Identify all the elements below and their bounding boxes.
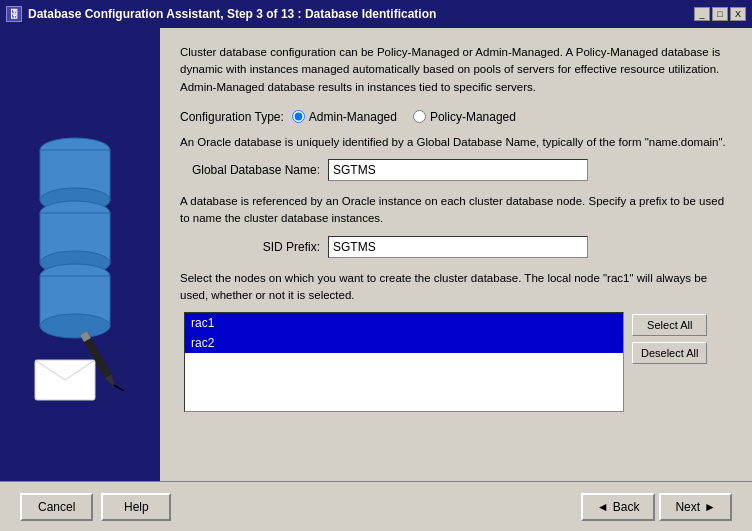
global-db-name-label: Global Database Name: — [180, 163, 320, 177]
sid-prefix-input[interactable] — [328, 236, 588, 258]
back-arrow-icon: ◄ — [597, 500, 609, 514]
config-type-row: Configuration Type: Admin-Managed Policy… — [180, 110, 732, 124]
close-button[interactable]: X — [730, 7, 746, 21]
select-all-button[interactable]: Select All — [632, 314, 707, 336]
maximize-button[interactable]: □ — [712, 7, 728, 21]
global-db-name-row: Global Database Name: — [180, 159, 732, 181]
cancel-button[interactable]: Cancel — [20, 493, 93, 521]
svg-point-8 — [40, 314, 110, 338]
main-content: Cluster database configuration can be Po… — [0, 28, 752, 481]
illustration-svg — [20, 105, 140, 405]
illustration — [15, 85, 145, 425]
node-item-rac2[interactable]: rac2 — [185, 333, 623, 353]
nodes-buttons: Select All Deselect All — [632, 312, 707, 412]
back-label: Back — [613, 500, 640, 514]
app-icon: 🗄 — [6, 6, 22, 22]
title-bar: 🗄 Database Configuration Assistant, Step… — [0, 0, 752, 28]
config-type-radio-group: Admin-Managed Policy-Managed — [292, 110, 516, 124]
help-button[interactable]: Help — [101, 493, 171, 521]
policy-managed-radio[interactable] — [413, 110, 426, 123]
admin-managed-label: Admin-Managed — [309, 110, 397, 124]
global-db-name-input[interactable] — [328, 159, 588, 181]
next-arrow-icon: ► — [704, 500, 716, 514]
deselect-all-button[interactable]: Deselect All — [632, 342, 707, 364]
main-description: Cluster database configuration can be Po… — [180, 44, 732, 96]
footer: Cancel Help ◄ Back Next ► — [0, 481, 752, 531]
sid-prefix-row: SID Prefix: — [180, 236, 732, 258]
minimize-button[interactable]: _ — [694, 7, 710, 21]
back-button[interactable]: ◄ Back — [581, 493, 656, 521]
admin-managed-option[interactable]: Admin-Managed — [292, 110, 397, 124]
nodes-area: rac1 rac2 Select All Deselect All — [184, 312, 732, 412]
right-panel: Cluster database configuration can be Po… — [160, 28, 752, 481]
title-bar-text: Database Configuration Assistant, Step 3… — [28, 7, 694, 21]
nodes-list[interactable]: rac1 rac2 — [184, 312, 624, 412]
sid-prefix-label: SID Prefix: — [180, 240, 320, 254]
global-db-description: An Oracle database is uniquely identifie… — [180, 134, 732, 151]
nodes-description: Select the nodes on which you want to cr… — [180, 270, 732, 305]
policy-managed-label: Policy-Managed — [430, 110, 516, 124]
next-label: Next — [675, 500, 700, 514]
policy-managed-option[interactable]: Policy-Managed — [413, 110, 516, 124]
admin-managed-radio[interactable] — [292, 110, 305, 123]
nav-group: ◄ Back Next ► — [581, 493, 732, 521]
config-type-label: Configuration Type: — [180, 110, 284, 124]
sid-description: A database is referenced by an Oracle in… — [180, 193, 732, 228]
next-button[interactable]: Next ► — [659, 493, 732, 521]
node-item-rac1[interactable]: rac1 — [185, 313, 623, 333]
title-bar-buttons: _ □ X — [694, 7, 746, 21]
left-panel — [0, 28, 160, 481]
